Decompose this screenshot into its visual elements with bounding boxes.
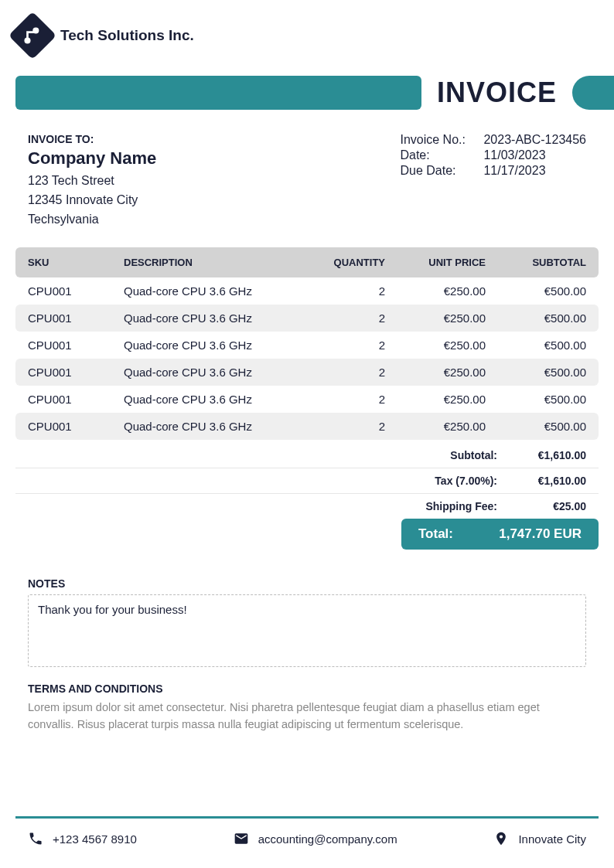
table-row: CPU001Quad-core CPU 3.6 GHz2€250.00€500.… bbox=[15, 332, 599, 359]
subtotal-value: €1,610.00 bbox=[497, 449, 586, 461]
phone-value: +123 4567 8910 bbox=[53, 832, 137, 846]
cell-sku: CPU001 bbox=[28, 420, 124, 433]
logo-icon bbox=[9, 12, 56, 60]
cell-unit: €250.00 bbox=[385, 311, 486, 325]
cell-desc: Quad-core CPU 3.6 GHz bbox=[124, 311, 308, 325]
cell-qty: 2 bbox=[308, 393, 385, 406]
invoice-no-label: Invoice No.: bbox=[400, 133, 483, 147]
col-header-qty: QUANTITY bbox=[308, 257, 385, 268]
cell-sub: €500.00 bbox=[486, 366, 586, 379]
due-date-label: Due Date: bbox=[400, 164, 483, 178]
cell-sub: €500.00 bbox=[486, 393, 586, 406]
tax-value: €1,610.00 bbox=[497, 475, 586, 487]
bill-to-city: 12345 Innovate City bbox=[28, 191, 156, 210]
cell-sku: CPU001 bbox=[28, 284, 124, 298]
title-row: INVOICE bbox=[15, 76, 599, 110]
terms-section: TERMS AND CONDITIONS Lorem ipsum dolor s… bbox=[15, 682, 599, 734]
cell-unit: €250.00 bbox=[385, 366, 486, 379]
bill-to-name: Company Name bbox=[28, 148, 156, 168]
location-icon bbox=[493, 831, 509, 846]
bill-to-label: INVOICE TO: bbox=[28, 133, 156, 145]
cell-desc: Quad-core CPU 3.6 GHz bbox=[124, 366, 308, 379]
cell-qty: 2 bbox=[308, 420, 385, 433]
cell-qty: 2 bbox=[308, 311, 385, 325]
date-value: 11/03/2023 bbox=[483, 148, 545, 162]
location-value: Innovate City bbox=[518, 832, 586, 846]
cell-desc: Quad-core CPU 3.6 GHz bbox=[124, 284, 308, 298]
cell-sub: €500.00 bbox=[486, 420, 586, 433]
table-row: CPU001Quad-core CPU 3.6 GHz2€250.00€500.… bbox=[15, 386, 599, 413]
notes-section: NOTES Thank you for your business! bbox=[15, 577, 599, 667]
cell-sku: CPU001 bbox=[28, 393, 124, 406]
grand-total: Total: 1,747.70 EUR bbox=[401, 519, 599, 550]
shipping-value: €25.00 bbox=[497, 500, 586, 512]
company-name: Tech Solutions Inc. bbox=[60, 27, 194, 44]
table-header: SKU DESCRIPTION QUANTITY UNIT PRICE SUBT… bbox=[15, 247, 599, 277]
accent-bar-left bbox=[15, 76, 421, 110]
cell-sku: CPU001 bbox=[28, 339, 124, 352]
bill-to-street: 123 Tech Street bbox=[28, 172, 156, 191]
phone-icon bbox=[28, 831, 43, 846]
footer: +123 4567 8910 accounting@company.com In… bbox=[15, 816, 599, 859]
bill-to: INVOICE TO: Company Name 123 Tech Street… bbox=[28, 133, 156, 229]
line-items-table: SKU DESCRIPTION QUANTITY UNIT PRICE SUBT… bbox=[15, 247, 599, 440]
cell-sku: CPU001 bbox=[28, 366, 124, 379]
header: Tech Solutions Inc. bbox=[15, 19, 599, 53]
email-value: accounting@company.com bbox=[258, 832, 397, 846]
date-label: Date: bbox=[400, 148, 483, 162]
total-label: Total: bbox=[418, 526, 453, 542]
cell-sub: €500.00 bbox=[486, 339, 586, 352]
due-date-value: 11/17/2023 bbox=[483, 164, 545, 178]
footer-divider bbox=[15, 816, 599, 819]
footer-location: Innovate City bbox=[493, 831, 586, 846]
cell-qty: 2 bbox=[308, 366, 385, 379]
cell-unit: €250.00 bbox=[385, 339, 486, 352]
tax-label: Tax (7.00%): bbox=[389, 475, 497, 487]
cell-sku: CPU001 bbox=[28, 311, 124, 325]
col-header-desc: DESCRIPTION bbox=[124, 257, 308, 268]
col-header-sku: SKU bbox=[28, 257, 124, 268]
col-header-unit: UNIT PRICE bbox=[385, 257, 486, 268]
terms-label: TERMS AND CONDITIONS bbox=[28, 682, 586, 695]
cell-qty: 2 bbox=[308, 284, 385, 298]
cell-desc: Quad-core CPU 3.6 GHz bbox=[124, 339, 308, 352]
cell-desc: Quad-core CPU 3.6 GHz bbox=[124, 393, 308, 406]
notes-label: NOTES bbox=[28, 577, 586, 590]
table-row: CPU001Quad-core CPU 3.6 GHz2€250.00€500.… bbox=[15, 305, 599, 332]
cell-desc: Quad-core CPU 3.6 GHz bbox=[124, 420, 308, 433]
totals-section: Subtotal: €1,610.00 Tax (7.00%): €1,610.… bbox=[15, 443, 599, 550]
footer-phone: +123 4567 8910 bbox=[28, 831, 137, 846]
table-row: CPU001Quad-core CPU 3.6 GHz2€250.00€500.… bbox=[15, 277, 599, 305]
accent-bar-right bbox=[572, 76, 614, 110]
shipping-label: Shipping Fee: bbox=[389, 500, 497, 512]
cell-sub: €500.00 bbox=[486, 311, 586, 325]
notes-text: Thank you for your business! bbox=[28, 594, 586, 667]
col-header-sub: SUBTOTAL bbox=[486, 257, 586, 268]
cell-qty: 2 bbox=[308, 339, 385, 352]
terms-text: Lorem ipsum dolor sit amet consectetur. … bbox=[28, 700, 586, 734]
cell-unit: €250.00 bbox=[385, 393, 486, 406]
subtotal-label: Subtotal: bbox=[389, 449, 497, 461]
document-title: INVOICE bbox=[437, 77, 557, 109]
footer-email: accounting@company.com bbox=[234, 831, 397, 846]
total-value: 1,747.70 EUR bbox=[499, 526, 582, 542]
cell-unit: €250.00 bbox=[385, 420, 486, 433]
email-icon bbox=[234, 831, 249, 846]
bill-to-country: Techsylvania bbox=[28, 210, 156, 230]
invoice-no-value: 2023-ABC-123456 bbox=[483, 133, 586, 147]
invoice-meta: Invoice No.: 2023-ABC-123456 Date: 11/03… bbox=[400, 133, 586, 229]
cell-sub: €500.00 bbox=[486, 284, 586, 298]
table-row: CPU001Quad-core CPU 3.6 GHz2€250.00€500.… bbox=[15, 359, 599, 386]
info-section: INVOICE TO: Company Name 123 Tech Street… bbox=[15, 133, 599, 229]
cell-unit: €250.00 bbox=[385, 284, 486, 298]
table-row: CPU001Quad-core CPU 3.6 GHz2€250.00€500.… bbox=[15, 413, 599, 440]
